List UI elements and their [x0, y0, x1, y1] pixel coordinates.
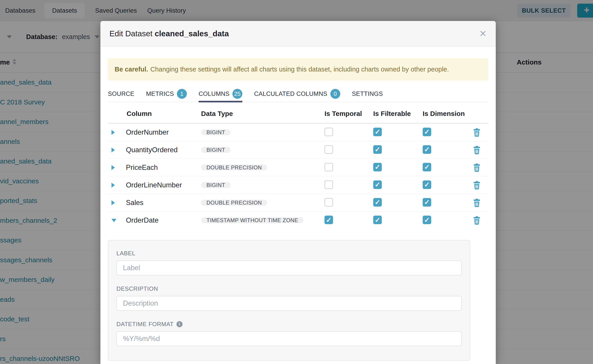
column-row: SalesDOUBLE PRECISION	[108, 194, 488, 212]
is-dimension-checkbox[interactable]	[423, 163, 431, 171]
data-type-pill: TIMESTAMP WITHOUT TIME ZONE	[201, 217, 303, 223]
column-name: PriceEach	[119, 163, 201, 172]
column-row: QuantityOrderedBIGINT	[108, 141, 488, 159]
modal-header: Edit Dataset cleaned_sales_data ✕	[100, 21, 496, 47]
tab-settings[interactable]: SETTINGS	[352, 86, 383, 102]
is-temporal-checkbox[interactable]	[324, 145, 333, 154]
delete-column-icon[interactable]	[473, 198, 481, 207]
data-type-pill: DOUBLE PRECISION	[201, 200, 267, 206]
modal-body: Be careful.Changing these settings will …	[100, 58, 496, 361]
collapse-caret-icon[interactable]	[112, 219, 116, 222]
header-column: Column	[119, 110, 201, 117]
delete-column-icon[interactable]	[473, 128, 481, 137]
warning-bold: Be careful.	[115, 66, 148, 73]
column-detail-panel: LABEL DESCRIPTION DATETIME FORMAT i	[108, 240, 470, 361]
tab-calculated-columns[interactable]: CALCULATED COLUMNS0	[254, 86, 340, 102]
column-name: OrderDate	[119, 216, 201, 224]
label-field-group: LABEL	[116, 250, 462, 275]
expand-caret-icon[interactable]	[112, 200, 115, 205]
delete-column-icon[interactable]	[473, 216, 481, 225]
expand-caret-icon[interactable]	[112, 183, 115, 188]
is-filterable-checkbox[interactable]	[373, 180, 382, 189]
column-name: QuantityOrdered	[119, 146, 201, 154]
is-dimension-checkbox[interactable]	[423, 128, 431, 136]
description-field-group: DESCRIPTION	[116, 285, 462, 311]
header-is-dimension: Is Dimension	[423, 110, 472, 117]
header-is-filterable: Is Filterable	[373, 110, 423, 117]
columns-table-header: Column Data Type Is Temporal Is Filterab…	[108, 104, 488, 124]
calculated-columns-count-badge: 0	[330, 89, 340, 99]
is-dimension-checkbox[interactable]	[423, 145, 431, 154]
datetime-format-field-group: DATETIME FORMAT i	[116, 321, 462, 346]
column-row: OrderNumberBIGINT	[108, 124, 488, 141]
column-name: OrderLineNumber	[119, 181, 201, 189]
datasets-page: Databases Datasets Saved Queries Query H…	[0, 0, 593, 364]
data-type-pill: DOUBLE PRECISION	[201, 164, 267, 170]
delete-column-icon[interactable]	[473, 163, 481, 172]
expand-caret-icon[interactable]	[112, 130, 115, 135]
expand-caret-icon[interactable]	[112, 165, 115, 170]
datetime-format-input[interactable]	[116, 331, 462, 346]
metrics-count-badge: 1	[177, 89, 187, 99]
modal-tabs: SOURCE METRICS1 COLUMNS25 CALCULATED COL…	[108, 86, 488, 102]
delete-column-icon[interactable]	[473, 146, 481, 154]
datetime-format-label: DATETIME FORMAT	[116, 321, 174, 328]
label-input[interactable]	[116, 260, 462, 275]
is-filterable-checkbox[interactable]	[373, 128, 382, 136]
modal-title: Edit Dataset cleaned_sales_data	[109, 29, 229, 38]
modal-title-prefix: Edit Dataset	[109, 29, 152, 38]
is-filterable-checkbox[interactable]	[373, 163, 382, 171]
column-row: OrderLineNumberBIGINT	[108, 176, 488, 194]
is-dimension-checkbox[interactable]	[423, 216, 431, 224]
is-temporal-checkbox[interactable]	[324, 198, 333, 207]
description-field-label: DESCRIPTION	[116, 285, 462, 292]
info-icon[interactable]: i	[177, 321, 183, 327]
is-filterable-checkbox[interactable]	[373, 198, 382, 207]
description-input[interactable]	[116, 296, 462, 311]
label-field-label: LABEL	[116, 250, 462, 257]
is-temporal-checkbox[interactable]	[324, 216, 333, 224]
tab-source[interactable]: SOURCE	[108, 86, 134, 102]
warning-banner: Be careful.Changing these settings will …	[108, 58, 488, 80]
data-type-pill: BIGINT	[201, 147, 231, 153]
is-filterable-checkbox[interactable]	[373, 145, 382, 154]
tab-columns[interactable]: COLUMNS25	[198, 86, 242, 102]
columns-table-rows: OrderNumberBIGINT QuantityOrderedBIGINT …	[108, 124, 488, 229]
modal-title-dataset: cleaned_sales_data	[155, 29, 229, 38]
columns-count-badge: 25	[232, 89, 242, 99]
data-type-pill: BIGINT	[201, 129, 231, 135]
column-row: OrderDateTIMESTAMP WITHOUT TIME ZONE	[108, 212, 488, 229]
tab-metrics[interactable]: METRICS1	[146, 86, 187, 102]
is-dimension-checkbox[interactable]	[423, 180, 431, 189]
close-icon[interactable]: ✕	[479, 29, 487, 38]
expand-caret-icon[interactable]	[112, 148, 115, 152]
column-name: Sales	[119, 199, 201, 207]
header-is-temporal: Is Temporal	[324, 110, 373, 117]
columns-table: Column Data Type Is Temporal Is Filterab…	[108, 104, 488, 229]
is-temporal-checkbox[interactable]	[324, 163, 333, 171]
warning-text: Changing these settings will affect all …	[150, 66, 449, 73]
is-filterable-checkbox[interactable]	[373, 216, 382, 224]
column-row: PriceEachDOUBLE PRECISION	[108, 159, 488, 176]
data-type-pill: BIGINT	[201, 182, 231, 188]
column-name: OrderNumber	[119, 128, 201, 136]
is-temporal-checkbox[interactable]	[324, 128, 333, 136]
is-dimension-checkbox[interactable]	[423, 198, 431, 207]
header-data-type: Data Type	[201, 110, 324, 117]
delete-column-icon[interactable]	[473, 181, 481, 189]
edit-dataset-modal: Edit Dataset cleaned_sales_data ✕ Be car…	[100, 21, 496, 364]
is-temporal-checkbox[interactable]	[324, 180, 333, 189]
